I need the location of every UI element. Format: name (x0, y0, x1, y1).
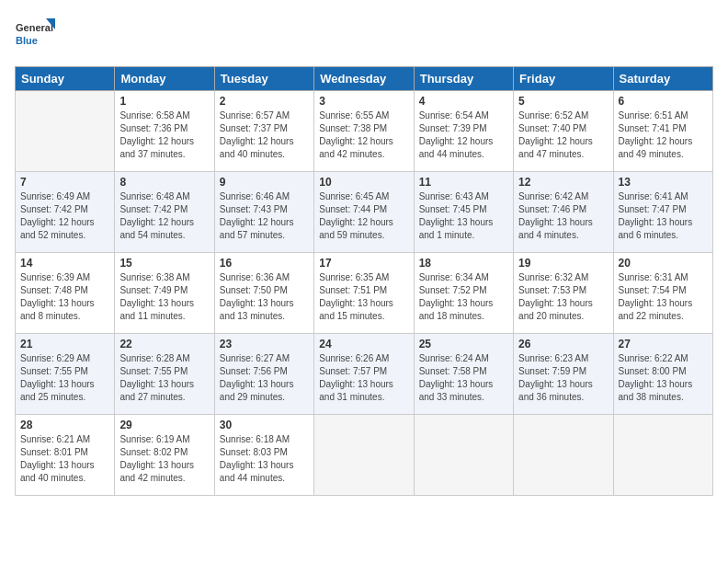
week-row-2: 7Sunrise: 6:49 AMSunset: 7:42 PMDaylight… (16, 172, 713, 253)
day-number: 13 (619, 176, 708, 189)
day-info: Sunrise: 6:52 AMSunset: 7:40 PMDaylight:… (518, 109, 608, 161)
calendar-cell: 7Sunrise: 6:49 AMSunset: 7:42 PMDaylight… (16, 172, 115, 253)
day-number: 7 (20, 176, 109, 189)
day-number: 6 (619, 95, 708, 108)
svg-text:General: General (16, 22, 53, 33)
day-info: Sunrise: 6:43 AMSunset: 7:45 PMDaylight:… (419, 190, 508, 242)
calendar-cell: 17Sunrise: 6:35 AMSunset: 7:51 PMDayligh… (314, 253, 414, 334)
day-number: 20 (619, 257, 708, 270)
day-number: 30 (220, 419, 309, 431)
day-info: Sunrise: 6:22 AMSunset: 8:00 PMDaylight:… (619, 352, 708, 404)
calendar-cell: 4Sunrise: 6:54 AMSunset: 7:39 PMDaylight… (414, 91, 513, 172)
calendar-cell: 29Sunrise: 6:19 AMSunset: 8:02 PMDayligh… (115, 415, 214, 496)
day-info: Sunrise: 6:48 AMSunset: 7:42 PMDaylight:… (119, 190, 209, 242)
day-info: Sunrise: 6:26 AMSunset: 7:57 PMDaylight:… (319, 352, 408, 404)
calendar-cell: 13Sunrise: 6:41 AMSunset: 7:47 PMDayligh… (613, 172, 712, 253)
day-number: 26 (518, 338, 608, 350)
day-info: Sunrise: 6:32 AMSunset: 7:53 PMDaylight:… (518, 271, 608, 323)
week-row-4: 21Sunrise: 6:29 AMSunset: 7:55 PMDayligh… (16, 334, 713, 415)
day-info: Sunrise: 6:45 AMSunset: 7:44 PMDaylight:… (319, 190, 408, 242)
day-number: 24 (319, 338, 408, 350)
day-number: 27 (619, 338, 708, 350)
day-info: Sunrise: 6:41 AMSunset: 7:47 PMDaylight:… (619, 190, 708, 242)
calendar-cell: 3Sunrise: 6:55 AMSunset: 7:38 PMDaylight… (314, 91, 414, 172)
calendar-cell: 11Sunrise: 6:43 AMSunset: 7:45 PMDayligh… (414, 172, 513, 253)
calendar-cell: 15Sunrise: 6:38 AMSunset: 7:49 PMDayligh… (115, 253, 214, 334)
calendar-cell: 2Sunrise: 6:57 AMSunset: 7:37 PMDaylight… (214, 91, 313, 172)
calendar-cell: 21Sunrise: 6:29 AMSunset: 7:55 PMDayligh… (16, 334, 115, 415)
day-info: Sunrise: 6:31 AMSunset: 7:54 PMDaylight:… (619, 271, 708, 323)
day-info: Sunrise: 6:34 AMSunset: 7:52 PMDaylight:… (419, 271, 508, 323)
calendar-cell: 19Sunrise: 6:32 AMSunset: 7:53 PMDayligh… (514, 253, 613, 334)
calendar-cell: 26Sunrise: 6:23 AMSunset: 7:59 PMDayligh… (514, 334, 613, 415)
day-number: 29 (119, 419, 209, 431)
calendar-cell: 12Sunrise: 6:42 AMSunset: 7:46 PMDayligh… (514, 172, 613, 253)
day-info: Sunrise: 6:35 AMSunset: 7:51 PMDaylight:… (319, 271, 408, 323)
calendar-cell: 16Sunrise: 6:36 AMSunset: 7:50 PMDayligh… (214, 253, 313, 334)
calendar-cell: 5Sunrise: 6:52 AMSunset: 7:40 PMDaylight… (514, 91, 613, 172)
day-number: 10 (319, 176, 408, 189)
calendar-cell: 6Sunrise: 6:51 AMSunset: 7:41 PMDaylight… (613, 91, 712, 172)
day-number: 25 (419, 338, 508, 350)
day-info: Sunrise: 6:29 AMSunset: 7:55 PMDaylight:… (20, 352, 109, 404)
day-number: 1 (119, 95, 209, 108)
day-number: 17 (319, 257, 408, 270)
calendar-cell (314, 415, 414, 496)
calendar-cell: 30Sunrise: 6:18 AMSunset: 8:03 PMDayligh… (214, 415, 313, 496)
day-info: Sunrise: 6:28 AMSunset: 7:55 PMDaylight:… (119, 352, 209, 404)
day-info: Sunrise: 6:38 AMSunset: 7:49 PMDaylight:… (119, 271, 209, 323)
weekday-header-wednesday: Wednesday (314, 67, 414, 91)
week-row-1: 1Sunrise: 6:58 AMSunset: 7:36 PMDaylight… (16, 91, 713, 172)
calendar-cell: 10Sunrise: 6:45 AMSunset: 7:44 PMDayligh… (314, 172, 414, 253)
weekday-header-row: SundayMondayTuesdayWednesdayThursdayFrid… (16, 67, 713, 91)
calendar-cell: 22Sunrise: 6:28 AMSunset: 7:55 PMDayligh… (115, 334, 214, 415)
day-info: Sunrise: 6:46 AMSunset: 7:43 PMDaylight:… (220, 190, 309, 242)
day-number: 23 (220, 338, 309, 350)
day-number: 4 (419, 95, 508, 108)
calendar-cell: 28Sunrise: 6:21 AMSunset: 8:01 PMDayligh… (16, 415, 115, 496)
calendar-cell: 18Sunrise: 6:34 AMSunset: 7:52 PMDayligh… (414, 253, 513, 334)
week-row-3: 14Sunrise: 6:39 AMSunset: 7:48 PMDayligh… (16, 253, 713, 334)
day-info: Sunrise: 6:19 AMSunset: 8:02 PMDaylight:… (119, 433, 209, 485)
day-number: 5 (518, 95, 608, 108)
day-number: 22 (119, 338, 209, 350)
weekday-header-monday: Monday (115, 67, 214, 91)
day-info: Sunrise: 6:27 AMSunset: 7:56 PMDaylight:… (220, 352, 309, 404)
day-number: 14 (20, 257, 109, 270)
day-number: 9 (220, 176, 309, 189)
calendar-cell: 1Sunrise: 6:58 AMSunset: 7:36 PMDaylight… (115, 91, 214, 172)
weekday-header-saturday: Saturday (613, 67, 712, 91)
day-info: Sunrise: 6:39 AMSunset: 7:48 PMDaylight:… (20, 271, 109, 323)
day-number: 18 (419, 257, 508, 270)
calendar-cell: 20Sunrise: 6:31 AMSunset: 7:54 PMDayligh… (613, 253, 712, 334)
weekday-header-tuesday: Tuesday (214, 67, 313, 91)
calendar-cell (613, 415, 712, 496)
calendar-cell: 24Sunrise: 6:26 AMSunset: 7:57 PMDayligh… (314, 334, 414, 415)
weekday-header-thursday: Thursday (414, 67, 513, 91)
day-number: 15 (119, 257, 209, 270)
day-info: Sunrise: 6:24 AMSunset: 7:58 PMDaylight:… (419, 352, 508, 404)
svg-text:Blue: Blue (16, 35, 38, 46)
logo-svg: General Blue (15, 15, 55, 55)
weekday-header-sunday: Sunday (16, 67, 115, 91)
calendar-cell: 23Sunrise: 6:27 AMSunset: 7:56 PMDayligh… (214, 334, 313, 415)
day-number: 19 (518, 257, 608, 270)
day-info: Sunrise: 6:57 AMSunset: 7:37 PMDaylight:… (220, 109, 309, 161)
page-header: General Blue (15, 15, 713, 55)
day-info: Sunrise: 6:58 AMSunset: 7:36 PMDaylight:… (119, 109, 209, 161)
day-number: 3 (319, 95, 408, 108)
weekday-header-friday: Friday (514, 67, 613, 91)
day-number: 8 (119, 176, 209, 189)
day-number: 2 (220, 95, 309, 108)
day-info: Sunrise: 6:21 AMSunset: 8:01 PMDaylight:… (20, 433, 109, 485)
day-info: Sunrise: 6:36 AMSunset: 7:50 PMDaylight:… (220, 271, 309, 323)
day-info: Sunrise: 6:49 AMSunset: 7:42 PMDaylight:… (20, 190, 109, 242)
day-info: Sunrise: 6:51 AMSunset: 7:41 PMDaylight:… (619, 109, 708, 161)
day-info: Sunrise: 6:18 AMSunset: 8:03 PMDaylight:… (220, 433, 309, 485)
day-info: Sunrise: 6:42 AMSunset: 7:46 PMDaylight:… (518, 190, 608, 242)
calendar-table: SundayMondayTuesdayWednesdayThursdayFrid… (15, 66, 713, 496)
day-number: 11 (419, 176, 508, 189)
calendar-cell: 25Sunrise: 6:24 AMSunset: 7:58 PMDayligh… (414, 334, 513, 415)
day-number: 16 (220, 257, 309, 270)
day-info: Sunrise: 6:23 AMSunset: 7:59 PMDaylight:… (518, 352, 608, 404)
